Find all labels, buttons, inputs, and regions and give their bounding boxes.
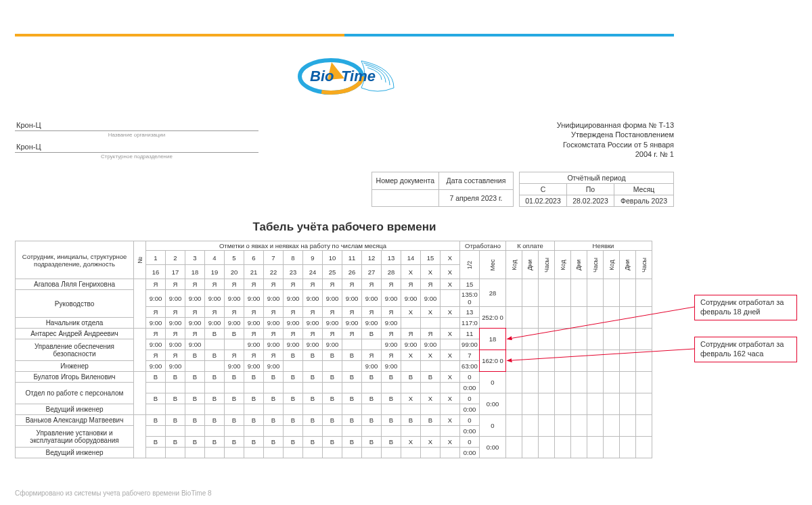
attendance-cell: В — [421, 415, 441, 426]
day-header: 6 — [244, 251, 264, 265]
attendance-cell: X — [441, 307, 460, 318]
day-header: 23 — [284, 265, 303, 279]
blank-cell — [604, 350, 620, 372]
attendance-cell: Я — [362, 279, 382, 290]
blank-cell — [636, 279, 652, 307]
col-chasy: Часы — [636, 251, 652, 279]
attendance-cell: В — [244, 372, 264, 383]
attendance-cell — [401, 318, 421, 329]
col-chasy: Часы — [587, 251, 604, 279]
attendance-cell: 9:00 — [264, 339, 284, 350]
attendance-cell — [401, 383, 421, 393]
footer-note: Сформировано из системы учета рабочего в… — [15, 489, 212, 497]
attendance-cell: В — [362, 393, 382, 404]
attendance-cell: В — [225, 329, 244, 339]
attendance-cell — [401, 404, 421, 415]
attendance-cell: В — [166, 437, 185, 448]
blank-cell — [539, 329, 555, 350]
blank-cell — [604, 329, 620, 350]
day-header: X — [441, 251, 460, 265]
attendance-cell — [166, 404, 185, 415]
attendance-cell — [421, 383, 441, 393]
blank-cell — [506, 279, 522, 307]
blank-cell — [587, 393, 604, 415]
attendance-cell — [264, 448, 284, 458]
attendance-cell — [205, 383, 225, 393]
attendance-cell: В — [205, 393, 225, 404]
attendance-cell: Я — [264, 329, 284, 339]
attendance-cell: 9:00 — [264, 361, 284, 372]
attendance-cell — [146, 448, 166, 458]
blank-cell — [539, 350, 555, 372]
day-header: 20 — [225, 265, 244, 279]
doc-number-date-table: Номер документа Дата составления 7 апрел… — [371, 172, 514, 207]
blank-cell — [587, 350, 604, 372]
blank-cell — [506, 415, 522, 437]
attendance-cell — [441, 318, 460, 329]
attendance-cell: В — [303, 437, 323, 448]
blank-cell — [636, 372, 652, 393]
attendance-cell — [362, 426, 382, 437]
blank-cell — [587, 279, 604, 307]
attendance-cell: В — [323, 437, 342, 448]
col-mes: Мес — [480, 251, 506, 279]
attendance-cell: В — [284, 350, 303, 361]
blank-cell — [604, 437, 620, 458]
attendance-cell: Я — [401, 329, 421, 339]
attendance-cell: Я — [244, 307, 264, 318]
blank-cell — [506, 307, 522, 329]
attendance-cell: 9:00 — [362, 290, 382, 307]
attendance-cell: В — [205, 350, 225, 361]
blank-cell — [620, 329, 636, 350]
attendance-cell: 9:00 — [185, 318, 205, 329]
attendance-cell: В — [146, 437, 166, 448]
attendance-cell — [146, 383, 166, 393]
svg-text:Bio: Bio — [310, 68, 334, 85]
attendance-cell — [225, 448, 244, 458]
attendance-cell — [284, 361, 303, 372]
blank-cell — [555, 393, 571, 415]
half-total: 135:0 0 — [460, 290, 480, 307]
blank-cell — [571, 437, 587, 458]
day-header: 26 — [342, 265, 362, 279]
attendance-cell: Я — [382, 307, 401, 318]
blank-cell — [604, 415, 620, 437]
attendance-cell: X — [401, 393, 421, 404]
attendance-cell: 9:00 — [323, 290, 342, 307]
day-header: 28 — [382, 265, 401, 279]
employee-dept: Управление обеспечения безопасности — [16, 339, 134, 361]
blank-cell — [506, 437, 522, 458]
blank-cell — [539, 393, 555, 415]
attendance-cell — [225, 339, 244, 350]
attendance-cell — [146, 426, 166, 437]
attendance-cell: В — [323, 393, 342, 404]
day-header: 24 — [303, 265, 323, 279]
attendance-cell: Я — [166, 329, 185, 339]
blank-cell — [522, 437, 539, 458]
blank-cell — [539, 307, 555, 329]
attendance-cell: В — [264, 372, 284, 383]
attendance-cell: Я — [185, 329, 205, 339]
attendance-cell: Я — [244, 350, 264, 361]
attendance-cell: X — [441, 437, 460, 448]
attendance-cell: 9:00 — [303, 290, 323, 307]
attendance-cell — [342, 404, 362, 415]
attendance-cell — [244, 404, 264, 415]
attendance-cell: Я — [362, 350, 382, 361]
attendance-cell: В — [342, 393, 362, 404]
attendance-cell: 9:00 — [264, 290, 284, 307]
attendance-cell — [185, 448, 205, 458]
employee-position: Ведущий инженер — [16, 448, 134, 458]
attendance-cell: 9:00 — [401, 339, 421, 350]
attendance-cell — [284, 448, 303, 458]
attendance-cell: В — [146, 372, 166, 383]
blank-cell — [636, 329, 652, 350]
attendance-cell: 9:00 — [225, 290, 244, 307]
day-header: 14 — [401, 251, 421, 265]
attendance-cell: В — [362, 372, 382, 383]
highlight-mes-hours — [479, 350, 506, 372]
blank-cell — [506, 393, 522, 415]
attendance-cell: Я — [323, 279, 342, 290]
mes-days: 28 — [480, 279, 506, 307]
blank-cell — [555, 307, 571, 329]
